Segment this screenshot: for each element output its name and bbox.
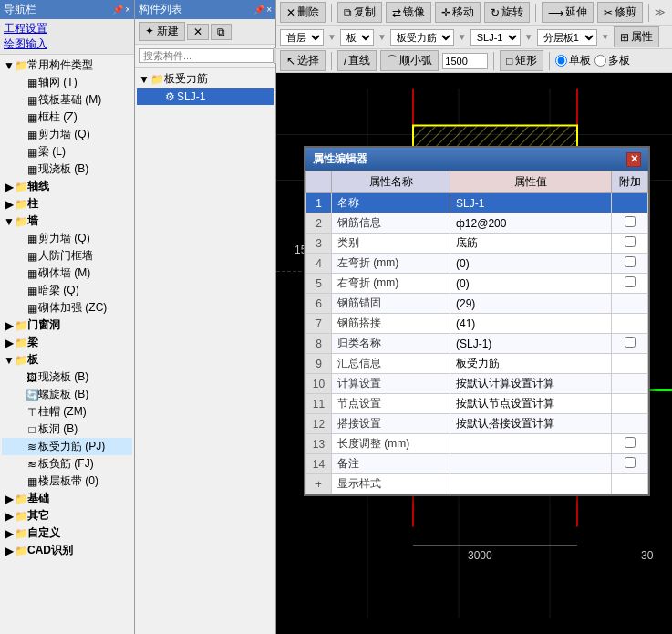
expand-col2-icon[interactable]: ▶	[4, 198, 15, 211]
prop-val-8[interactable]: (SLJ-1)	[450, 334, 612, 354]
prop-val-11[interactable]: 按默认节点设置计算	[450, 394, 612, 414]
tree-item-door[interactable]: ▶ 📁 门窗洞	[2, 317, 132, 334]
prop-val-13[interactable]	[450, 434, 612, 454]
tree-item-slab[interactable]: ▦ 现浇板 (B)	[2, 161, 132, 178]
comp-tree-root[interactable]: ▼ 📁 板受力筋	[137, 69, 274, 88]
expand-wall-icon[interactable]: ▼	[4, 215, 15, 228]
tree-item-banfujin[interactable]: ≋ 板负筋 (FJ)	[2, 455, 132, 473]
prop-checkbox-4[interactable]	[625, 256, 636, 267]
arc-btn[interactable]: ⌒ 顺小弧	[380, 50, 439, 71]
expand-common-icon[interactable]: ▼	[4, 59, 15, 72]
tree-item-beam[interactable]: ▦ 梁 (L)	[2, 143, 132, 161]
tree-item-airwall[interactable]: ▦ 人防门框墙	[2, 247, 132, 265]
prop-checkbox-2[interactable]	[625, 216, 636, 227]
prop-val-9[interactable]: 板受力筋	[450, 354, 612, 374]
multi-plate-label[interactable]: 多板	[594, 53, 630, 68]
prop-extra-3[interactable]	[612, 234, 648, 254]
prop-val-10[interactable]: 按默认计算设置计算	[450, 374, 612, 394]
move-btn[interactable]: ✛ 移动	[435, 2, 481, 23]
layer-select[interactable]: 首层	[280, 29, 324, 46]
tree-item-slabg[interactable]: ▼ 📁 板	[2, 351, 132, 369]
tree-item-zhumao[interactable]: ⊤ 柱帽 (ZM)	[2, 403, 132, 421]
copy-btn[interactable]: ⧉ 复制	[337, 2, 382, 23]
prop-val-12[interactable]: 按默认搭接设置计算	[450, 414, 612, 434]
expand-beamg-icon[interactable]: ▶	[4, 337, 15, 349]
prop-extra-2[interactable]	[612, 213, 648, 234]
prop-val-2[interactable]: ф12@200	[450, 213, 612, 234]
tree-item-bandong[interactable]: □ 板洞 (B)	[2, 421, 132, 438]
tree-item-col2[interactable]: ▶ 📁 柱	[2, 195, 132, 213]
tree-item-loucengbandai[interactable]: ▦ 楼层板带 (0)	[2, 473, 132, 490]
prop-checkbox-14[interactable]	[625, 457, 636, 468]
search-input[interactable]	[139, 48, 274, 63]
prop-checkbox-13[interactable]	[625, 437, 636, 448]
single-plate-radio[interactable]	[555, 55, 567, 67]
prop-button[interactable]: ⊞ 属性	[614, 26, 659, 47]
prop-extra-4[interactable]	[612, 254, 648, 274]
tree-item-beamg[interactable]: ▶ 📁 梁	[2, 334, 132, 351]
length-input[interactable]	[442, 53, 488, 69]
rect-btn[interactable]: □ 矩形	[500, 50, 543, 71]
tree-item-shearwall[interactable]: ▦ 剪力墙 (Q)	[2, 230, 132, 247]
single-plate-label[interactable]: 单板	[555, 53, 591, 68]
dialog-titlebar[interactable]: 属性编辑器 ✕	[305, 148, 648, 171]
new-component-button[interactable]: ✦ 新建	[139, 22, 185, 41]
tree-item-brickwall[interactable]: ▦ 砌体墙 (M)	[2, 265, 132, 282]
prop-val-15[interactable]	[450, 474, 612, 494]
tree-item-other[interactable]: ▶ 📁 其它	[2, 507, 132, 525]
tree-item-wall[interactable]: ▼ 📁 墙	[2, 213, 132, 230]
tree-item-raft[interactable]: ▦ 筏板基础 (M)	[2, 91, 132, 109]
sidebar-close-icon[interactable]: ×	[125, 5, 130, 15]
prop-extra-14[interactable]	[612, 454, 648, 474]
mirror-btn[interactable]: ⇄ 镜像	[386, 2, 431, 23]
prop-val-3[interactable]: 底筋	[450, 234, 612, 254]
multi-plate-radio[interactable]	[594, 55, 606, 67]
prop-checkbox-3[interactable]	[625, 236, 636, 247]
delete-btn[interactable]: ✕ 删除	[280, 2, 326, 23]
trim-btn[interactable]: ✂ 修剪	[597, 2, 643, 23]
prop-val-4[interactable]: (0)	[450, 254, 612, 274]
type-select[interactable]: 板	[340, 29, 374, 46]
project-settings-link[interactable]: 工程设置	[4, 21, 130, 36]
expand-door-icon[interactable]: ▶	[4, 319, 15, 332]
tree-item-banshoulijin[interactable]: ≋ 板受力筋 (PJ)	[2, 438, 132, 455]
prop-val-5[interactable]: (0)	[450, 274, 612, 294]
expand-slabg-icon[interactable]: ▼	[4, 354, 15, 367]
sublayer-select[interactable]: 分层板1	[537, 29, 597, 46]
line-btn[interactable]: / 直线	[337, 50, 377, 71]
expand-foundation-icon[interactable]: ▶	[4, 493, 15, 505]
tree-item-brickplus[interactable]: ▦ 砌体加强 (ZC)	[2, 299, 132, 317]
expand-row-btn[interactable]: +	[315, 478, 322, 491]
expand-zhouline-icon[interactable]: ▶	[4, 181, 15, 193]
prop-checkbox-5[interactable]	[625, 276, 636, 287]
expand-root-icon[interactable]: ▼	[139, 73, 150, 86]
tree-item-common[interactable]: ▼ 📁 常用构件类型	[2, 57, 132, 74]
tree-item-anliang[interactable]: ▦ 暗梁 (Q)	[2, 282, 132, 299]
tree-item-column[interactable]: ▦ 框柱 (Z)	[2, 109, 132, 126]
prop-val-7[interactable]: (41)	[450, 314, 612, 334]
prop-checkbox-8[interactable]	[625, 337, 636, 348]
extend-btn[interactable]: ⟶ 延伸	[542, 2, 594, 23]
select-btn[interactable]: ↖ 选择	[280, 50, 326, 71]
tree-item-xianjiao[interactable]: 🖼 现浇板 (B)	[2, 369, 132, 386]
prop-extra-13[interactable]	[612, 434, 648, 454]
tree-item-axis[interactable]: ▦ 轴网 (T)	[2, 74, 132, 91]
prop-extra-5[interactable]	[612, 274, 648, 294]
delete-component-button[interactable]: ✕	[187, 24, 209, 40]
drawing-input-link[interactable]: 绘图输入	[4, 36, 130, 52]
tree-item-custom[interactable]: ▶ 📁 自定义	[2, 525, 132, 542]
copy-component-button[interactable]: ⧉	[211, 24, 232, 40]
tree-item-zhouline[interactable]: ▶ 📁 轴线	[2, 178, 132, 195]
expand-custom-icon[interactable]: ▶	[4, 527, 15, 540]
tree-item-luoxuan[interactable]: 🔄 螺旋板 (B)	[2, 386, 132, 403]
panel-close-icon[interactable]: ×	[266, 5, 272, 15]
prop-extra-8[interactable]	[612, 334, 648, 354]
prop-val-6[interactable]: (29)	[450, 294, 612, 314]
name-select[interactable]: SLJ-1	[470, 29, 521, 46]
sidebar-pin-icon[interactable]: 📌	[112, 5, 123, 15]
prop-val-14[interactable]	[450, 454, 612, 474]
dialog-close-button[interactable]: ✕	[626, 152, 641, 167]
expand-cad-icon[interactable]: ▶	[4, 545, 15, 557]
tree-item-foundation[interactable]: ▶ 📁 基础	[2, 490, 132, 507]
tree-item-cad[interactable]: ▶ 📁 CAD识别	[2, 542, 132, 559]
